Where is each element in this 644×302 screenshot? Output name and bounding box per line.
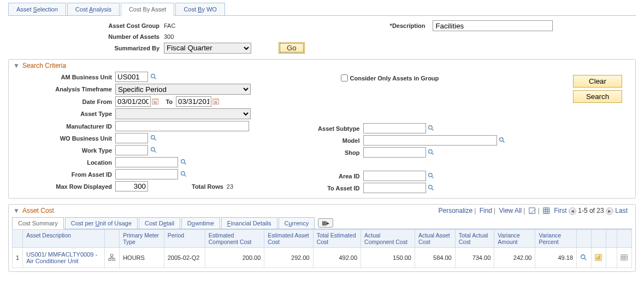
asset-description-link[interactable]: US001/ MMFACLTY0009 - Air Conditioner Un… [26,251,97,264]
from-asset-input[interactable] [115,169,178,179]
view-detail-icon[interactable] [580,254,588,262]
var-amt-cell: 242.00 [494,247,535,268]
show-all-columns-icon[interactable]: ▦▸ [318,218,333,228]
subtab-financial-details[interactable]: Financial Details [221,217,277,229]
svg-line-15 [184,175,186,176]
grid-icon[interactable] [621,254,628,262]
work-type-label: Work Type [9,147,115,154]
subtab-downtime[interactable]: Downtime [181,217,220,229]
area-label: Area ID [289,173,363,179]
summarized-by-select[interactable]: Fiscal Quarter [164,43,251,54]
model-label: Model [289,137,363,144]
hierarchy-icon[interactable] [108,254,116,262]
svg-point-18 [500,138,504,142]
am-bu-lookup-icon[interactable] [150,73,157,81]
shop-input[interactable] [363,147,426,158]
view-all-link[interactable]: View All [499,207,522,214]
svg-point-14 [181,172,185,176]
col-variance-amount[interactable]: Variance Amount [494,229,535,247]
subtab-cost-per-unit[interactable]: Cost per Unit of Usage [65,217,138,229]
subtab-cost-summary[interactable]: Cost Summary [12,217,64,229]
col-hierarchy-icon[interactable] [105,229,120,247]
asset-subtype-lookup-icon[interactable] [428,125,435,132]
asset-cost-section: ▼ Asset Cost Personalize| Find| View All… [8,204,636,272]
from-asset-lookup-icon[interactable] [180,171,187,178]
model-input[interactable] [363,135,497,146]
col-tot-est-cost[interactable]: Total Estimated Cost [313,229,361,247]
work-type-lookup-icon[interactable] [150,147,157,154]
am-bu-input[interactable] [115,72,148,82]
col-variance-percent[interactable]: Variance Percent [535,229,577,247]
work-type-input[interactable] [115,145,148,155]
personalize-link[interactable]: Personalize [439,207,473,214]
collapse-icon[interactable]: ▼ [13,207,20,214]
tab-asset-selection[interactable]: Asset Selection [8,3,66,15]
chart-icon[interactable] [595,254,602,262]
go-button[interactable]: Go [279,42,305,54]
spreadsheet-icon[interactable] [543,207,551,215]
zoom-icon[interactable] [529,207,536,215]
subtab-cost-detail[interactable]: Cost Detail [139,217,180,229]
number-of-assets-value: 300 [164,33,174,40]
col-primary-meter-type[interactable]: Primary Meter Type [120,229,164,247]
date-to-input[interactable] [176,96,211,107]
date-from-input[interactable] [115,96,151,107]
shop-lookup-icon[interactable] [428,149,435,156]
table-row: 1 US001/ MMFACLTY0009 - Air Conditioner … [13,247,632,268]
col-est-comp-cost[interactable]: Estimated Component Cost [205,229,264,247]
col-est-asset-cost[interactable]: Estimated Asset Cost [264,229,313,247]
col-rownum[interactable] [13,229,23,247]
location-input[interactable] [115,157,178,167]
to-asset-input[interactable] [363,183,426,193]
last-link[interactable]: Last [615,207,628,214]
collapse-icon[interactable]: ▼ [13,62,20,69]
period-cell: 2005-02-Q2 [164,247,205,268]
am-bu-label: AM Business Unit [9,74,115,80]
subtab-currency[interactable]: Currency [279,217,315,229]
model-lookup-icon[interactable] [499,137,506,144]
to-asset-lookup-icon[interactable] [428,184,435,192]
col-act-asset-cost[interactable]: Actual Asset Cost [415,229,455,247]
first-link[interactable]: First [554,207,566,214]
svg-point-10 [151,148,155,152]
asset-subtype-input[interactable] [363,123,426,133]
svg-line-1 [154,77,156,79]
area-input[interactable] [363,171,426,181]
wo-bu-input[interactable] [115,133,148,143]
tab-cost-by-wo[interactable]: Cost By WO [175,3,225,15]
svg-line-25 [432,188,433,190]
date-from-calendar-icon[interactable]: 31 [152,98,159,106]
search-button[interactable]: Search [573,90,622,103]
col-tot-act-cost[interactable]: Total Actual Cost [455,229,494,247]
consider-only-checkbox[interactable] [341,74,348,82]
date-to-calendar-icon[interactable]: 31 [212,98,220,106]
location-lookup-icon[interactable] [180,159,187,166]
location-label: Location [9,159,115,166]
asset-type-label: Asset Type [9,111,115,117]
area-lookup-icon[interactable] [428,172,435,180]
asset-cost-group-label: Asset Cost Group [8,22,164,29]
col-act-comp-cost[interactable]: Actual Component Cost [361,229,415,247]
asset-type-select[interactable] [115,108,251,119]
svg-rect-35 [113,259,115,261]
est-asset-cell: 292.00 [264,247,313,268]
range-text: 1-5 of 23 [578,207,604,214]
analysis-tf-select[interactable]: Specific Period [115,84,251,95]
tab-cost-by-asset[interactable]: Cost By Asset [121,3,174,16]
tab-cost-analysis[interactable]: Cost Analysis [67,3,120,15]
asset-subtype-label: Asset Subtype [289,125,363,132]
prev-icon[interactable]: ◄ [569,207,576,215]
summarized-by-label: Summarized By [8,45,164,51]
next-icon[interactable]: ► [606,207,613,215]
description-input[interactable] [433,20,553,31]
act-asset-cell: 584.00 [415,247,455,268]
svg-line-21 [432,153,433,154]
wo-bu-lookup-icon[interactable] [150,135,157,142]
clear-button[interactable]: Clear [573,75,622,88]
svg-line-17 [432,129,433,130]
col-period[interactable]: Period [164,229,205,247]
max-row-input[interactable] [115,181,148,191]
find-link[interactable]: Find [480,207,492,214]
col-asset-description[interactable]: Asset Description [23,229,105,247]
manufacturer-input[interactable] [115,121,249,131]
